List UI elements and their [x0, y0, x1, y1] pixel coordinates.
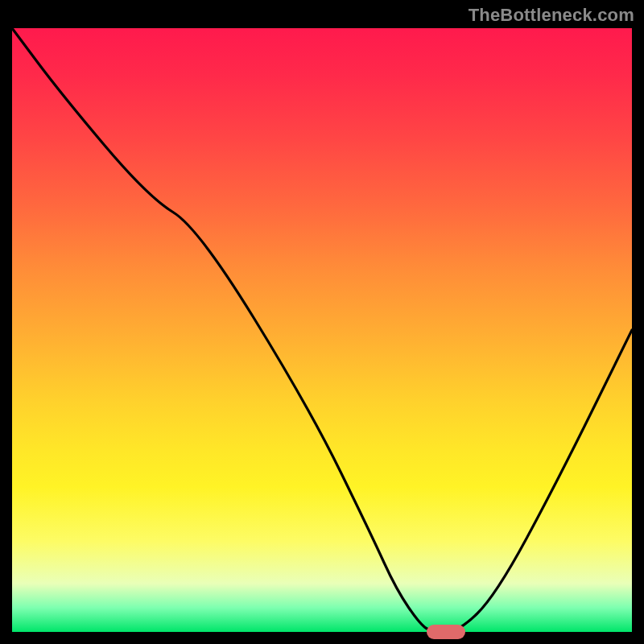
- optimal-marker: [427, 625, 465, 639]
- curve-path: [12, 28, 632, 632]
- chart-frame: TheBottleneck.com: [0, 0, 644, 644]
- watermark-label: TheBottleneck.com: [469, 5, 634, 26]
- bottleneck-curve: [12, 28, 632, 632]
- plot-area: [12, 28, 632, 632]
